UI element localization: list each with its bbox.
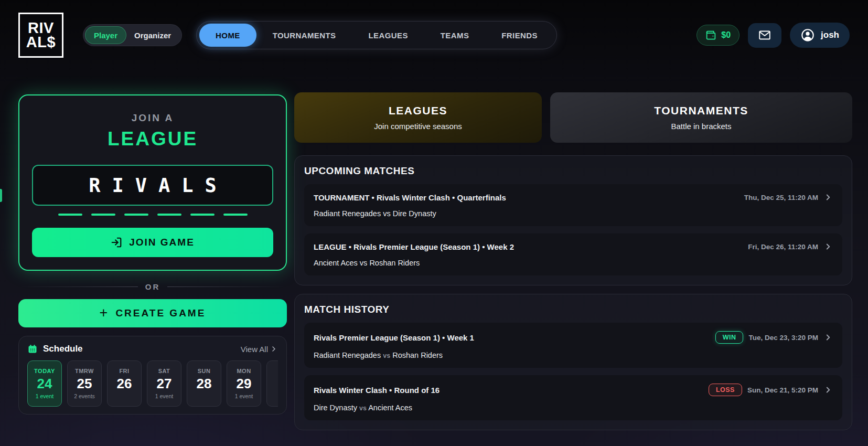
day-card[interactable]: FRI 26 <box>107 360 142 407</box>
day-label: MON <box>237 368 251 374</box>
left-column: JOIN A LEAGUE <box>18 92 287 430</box>
header-right-cluster: $0 josh <box>696 23 850 48</box>
toggle-organizer[interactable]: Organizer <box>126 27 179 44</box>
vs-label: vs <box>359 405 367 412</box>
home-team: Radiant Renegades <box>314 209 381 218</box>
result-badge-loss: LOSS <box>709 384 742 396</box>
away-team: Dire Dynasty <box>393 209 436 218</box>
home-team: Ancient Aces <box>314 259 358 267</box>
view-all-link[interactable]: View All <box>241 345 278 354</box>
match-row-right: WIN Tue, Dec 23, 3:20 PM <box>715 331 833 344</box>
day-number: 29 <box>237 377 252 390</box>
day-label: TODAY <box>34 368 55 374</box>
code-slot <box>157 214 181 216</box>
home-team: Dire Dynasty <box>314 403 357 412</box>
day-number: 28 <box>197 377 212 390</box>
code-slot <box>223 214 248 216</box>
nav-tab-home[interactable]: HOME <box>199 24 256 47</box>
day-card[interactable]: SAT 27 1 event <box>147 360 181 407</box>
history-match-row[interactable]: Rivals Premier League (Season 1) • Week … <box>304 323 842 368</box>
code-slot <box>91 214 115 216</box>
rivals-logo: RIV AL$ <box>18 13 63 58</box>
match-label: Rivals Premier League (Season 1) • Week … <box>314 333 474 342</box>
join-league-card: JOIN A LEAGUE <box>18 94 287 271</box>
view-all-label: View All <box>241 345 268 354</box>
rivals-app: RIV AL$ Player Organizer HOME TOURNAMENT… <box>0 0 868 446</box>
history-match-row[interactable]: Rivals Winter Clash • Round of 16 LOSS S… <box>304 375 842 420</box>
tournaments-banner[interactable]: TOURNAMENTS Battle in brackets <box>550 92 852 143</box>
code-slot <box>58 214 82 216</box>
day-events: 1 event <box>235 393 253 399</box>
day-card[interactable]: TMRW 25 2 events <box>67 360 102 407</box>
match-label: LEAGUE • Rivals Premier League (Season 1… <box>314 242 514 251</box>
create-game-button[interactable]: + CREATE GAME <box>18 299 287 327</box>
day-card[interactable]: MON 29 1 event <box>227 360 261 407</box>
match-teams: Radiant Renegades vs Dire Dynasty <box>314 209 833 218</box>
mode-banners: LEAGUES Join competitive seasons TOURNAM… <box>294 92 852 143</box>
or-divider: OR <box>18 282 287 291</box>
join-title: LEAGUE <box>32 128 273 150</box>
day-number: 27 <box>157 377 172 390</box>
chevron-right-icon <box>823 242 833 251</box>
game-code-input[interactable] <box>32 165 273 206</box>
leagues-banner[interactable]: LEAGUES Join competitive seasons <box>294 92 542 143</box>
messages-button[interactable] <box>748 23 781 48</box>
create-game-label: CREATE GAME <box>115 307 206 319</box>
upcoming-match-row[interactable]: LEAGUE • Rivals Premier League (Season 1… <box>304 233 842 275</box>
wallet-button[interactable]: $0 <box>696 25 740 46</box>
chevron-right-icon <box>823 333 833 342</box>
right-column: LEAGUES Join competitive seasons TOURNAM… <box>294 92 852 430</box>
join-game-label: JOIN GAME <box>129 237 195 248</box>
nav-tab-friends[interactable]: FRIENDS <box>485 24 554 47</box>
main-content: JOIN A LEAGUE <box>0 92 868 430</box>
login-arrow-icon <box>111 237 122 248</box>
mail-icon <box>758 28 771 42</box>
nav-tab-tournaments[interactable]: TOURNAMENTS <box>256 24 352 47</box>
day-events: 1 event <box>155 393 173 399</box>
match-datetime: Tue, Dec 23, 3:20 PM <box>748 334 818 342</box>
day-events: 2 events <box>74 393 95 399</box>
match-row-right: Thu, Dec 25, 11:20 AM <box>744 193 833 202</box>
nav-tab-teams[interactable]: TEAMS <box>424 24 486 47</box>
upcoming-match-row[interactable]: TOURNAMENT • Rivals Winter Clash • Quart… <box>304 184 842 226</box>
match-label: Rivals Winter Clash • Round of 16 <box>314 386 440 395</box>
away-team: Roshan Riders <box>369 259 420 267</box>
result-badge-win: WIN <box>715 331 744 344</box>
logo-line2: AL$ <box>26 35 56 49</box>
day-card-today[interactable]: TODAY 24 1 event <box>27 360 62 407</box>
match-row-top: TOURNAMENT • Rivals Winter Clash • Quart… <box>314 193 833 202</box>
leagues-banner-title: LEAGUES <box>389 104 447 117</box>
divider-line <box>18 286 138 287</box>
match-row-top: Rivals Premier League (Season 1) • Week … <box>314 331 833 344</box>
tournaments-banner-title: TOURNAMENTS <box>654 104 748 117</box>
day-card[interactable]: SUN 28 <box>187 360 221 407</box>
match-row-top: Rivals Winter Clash • Round of 16 LOSS S… <box>314 384 833 396</box>
match-teams: Radiant Renegades vs Roshan Riders <box>314 351 833 359</box>
day-number: 25 <box>77 377 92 390</box>
wallet-balance: $0 <box>721 30 731 40</box>
user-menu-button[interactable]: josh <box>790 23 850 48</box>
nav-tab-leagues[interactable]: LEAGUES <box>352 24 424 47</box>
code-char-slots <box>32 214 273 216</box>
match-row-right: LOSS Sun, Dec 21, 5:20 PM <box>709 384 833 396</box>
day-label: FRI <box>119 368 129 374</box>
upcoming-matches-title: UPCOMING MATCHES <box>304 165 842 177</box>
match-datetime: Sun, Dec 21, 5:20 PM <box>747 386 818 394</box>
schedule-title: Schedule <box>43 344 83 354</box>
match-row-top: LEAGUE • Rivals Premier League (Season 1… <box>314 242 833 251</box>
day-card-partial[interactable] <box>266 360 278 407</box>
calendar-icon <box>27 344 38 354</box>
schedule-header: Schedule View All <box>27 344 278 354</box>
toggle-player[interactable]: Player <box>85 27 126 44</box>
chevron-right-icon <box>823 193 833 202</box>
match-label: TOURNAMENT • Rivals Winter Clash • Quart… <box>314 193 506 202</box>
join-game-button[interactable]: JOIN GAME <box>32 228 273 257</box>
match-history-section: MATCH HISTORY Rivals Premier League (Sea… <box>294 294 852 430</box>
divider-line <box>167 286 287 287</box>
match-teams: Dire Dynasty vs Ancient Aces <box>314 403 833 412</box>
chevron-right-icon <box>270 345 278 353</box>
match-history-title: MATCH HISTORY <box>304 304 842 315</box>
day-events: 1 event <box>36 393 53 399</box>
username: josh <box>821 30 839 40</box>
vs-label: vs <box>360 259 368 267</box>
